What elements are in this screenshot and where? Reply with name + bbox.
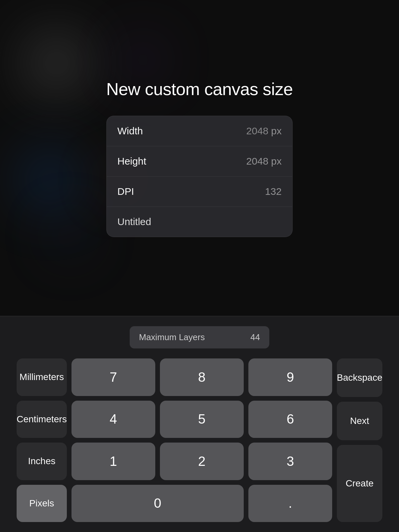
numpad-7[interactable]: 7	[71, 358, 155, 396]
create-button[interactable]: Create	[337, 445, 382, 522]
numpad-9[interactable]: 9	[248, 358, 332, 396]
dpi-value: 132	[265, 186, 282, 197]
dpi-label: DPI	[117, 186, 134, 197]
max-layers-bar: Maximum Layers 44	[130, 326, 269, 348]
next-button[interactable]: Next	[337, 402, 382, 440]
width-value-container: 2048 px	[246, 125, 282, 137]
unit-column: Millimeters Centimeters Inches Pixels	[17, 358, 67, 522]
width-unit: px	[271, 125, 282, 137]
dialog-area: New custom canvas size Width 2048 px Hei…	[0, 0, 399, 316]
unit-pixels-button[interactable]: Pixels	[17, 485, 67, 522]
numpad-4[interactable]: 4	[71, 401, 155, 438]
action-column: Backspace Next Create	[337, 358, 382, 522]
width-row[interactable]: Width 2048 px	[107, 116, 292, 146]
numpad-2[interactable]: 2	[160, 443, 244, 480]
unit-inches-button[interactable]: Inches	[17, 443, 67, 480]
height-value-container: 2048 px	[246, 156, 282, 167]
height-unit: px	[271, 156, 282, 167]
numpad-6[interactable]: 6	[248, 401, 332, 438]
max-layers-value: 44	[250, 332, 260, 342]
name-row[interactable]: Untitled	[107, 207, 292, 237]
width-label: Width	[117, 125, 143, 137]
numpad-1[interactable]: 1	[71, 443, 155, 480]
bottom-panel: Maximum Layers 44 Millimeters Centimeter…	[0, 316, 399, 532]
dialog-title: New custom canvas size	[106, 79, 293, 99]
max-layers-label: Maximum Layers	[139, 332, 205, 342]
numpad-8[interactable]: 8	[160, 358, 244, 396]
numpad-3[interactable]: 3	[248, 443, 332, 480]
canvas-size-form: Width 2048 px Height 2048 px DPI 132 Unt…	[106, 116, 293, 237]
unit-centimeters-button[interactable]: Centimeters	[17, 401, 67, 438]
backspace-button[interactable]: Backspace	[337, 358, 382, 397]
width-value: 2048	[246, 125, 269, 137]
height-row[interactable]: Height 2048 px	[107, 146, 292, 177]
dpi-row[interactable]: DPI 132	[107, 177, 292, 207]
numpad-0[interactable]: 0	[71, 485, 244, 522]
canvas-name-value: Untitled	[117, 216, 151, 227]
height-label: Height	[117, 156, 146, 167]
numpad-dot[interactable]: .	[248, 485, 332, 522]
numpad: 7 8 9 4 5 6 1 2 3 0 .	[71, 358, 332, 522]
numpad-5[interactable]: 5	[160, 401, 244, 438]
height-value: 2048	[246, 156, 269, 167]
unit-millimeters-button[interactable]: Millimeters	[17, 358, 67, 396]
